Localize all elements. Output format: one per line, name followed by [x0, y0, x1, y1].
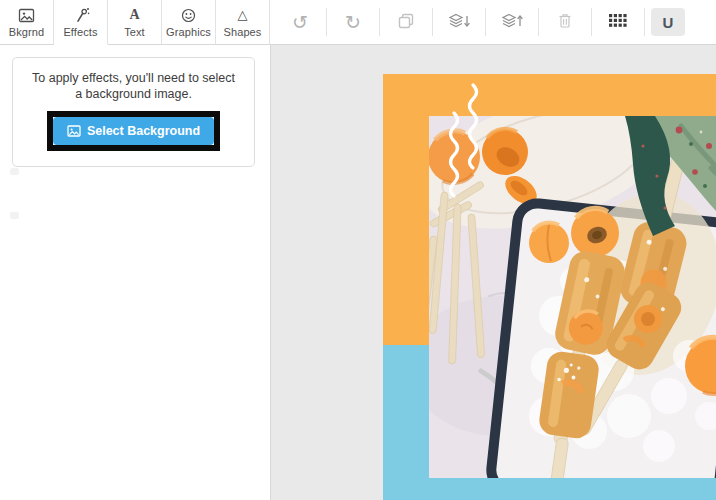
image-icon: [67, 125, 81, 137]
toolbar-separator: [644, 8, 645, 36]
toolbar-separator: [591, 8, 592, 36]
tutorial-highlight-frame: Select Background: [47, 111, 220, 151]
redo-button[interactable]: ↻: [333, 6, 373, 38]
toolbar-separator: [379, 8, 380, 36]
move-layer-up-button[interactable]: [492, 6, 532, 38]
move-layer-down-icon: [448, 12, 471, 33]
tab-graphics-label: Graphics: [166, 26, 211, 38]
select-background-label: Select Background: [87, 117, 200, 145]
toolbar-separator: [485, 8, 486, 36]
redo-icon: ↻: [345, 13, 361, 32]
top-toolbar: Bkgrnd Effects A Text Graphics △ Shapes …: [0, 0, 716, 45]
letter-a-icon: A: [129, 7, 139, 24]
select-background-button[interactable]: Select Background: [53, 117, 214, 145]
image-icon: [18, 7, 35, 24]
tab-text[interactable]: A Text: [108, 0, 162, 45]
duplicate-icon: [397, 12, 415, 33]
smiley-icon: [181, 7, 196, 24]
effects-message-line1: To apply effects, you'll need to select: [21, 70, 246, 86]
tab-bkgrnd-label: Bkgrnd: [9, 26, 44, 38]
toolbar-separator: [432, 8, 433, 36]
move-layer-up-icon: [501, 12, 524, 33]
tab-text-label: Text: [124, 26, 145, 38]
effects-message-card: To apply effects, you'll need to select …: [12, 57, 255, 167]
tab-bkgrnd[interactable]: Bkgrnd: [0, 0, 54, 45]
magnet-snap-button[interactable]: U: [651, 8, 685, 36]
move-layer-down-button[interactable]: [439, 6, 479, 38]
squiggle-lines: [443, 80, 488, 200]
panel-faint-mark: [10, 212, 19, 219]
delete-button[interactable]: [545, 6, 585, 38]
magic-wand-icon: [72, 7, 90, 24]
tab-graphics[interactable]: Graphics: [162, 0, 216, 45]
toolbar-separator: [538, 8, 539, 36]
effects-message-line2: a background image.: [21, 86, 246, 102]
triangle-icon: △: [238, 7, 248, 24]
toolbar-separator: [326, 8, 327, 36]
grid-icon: [609, 14, 627, 30]
tab-shapes[interactable]: △ Shapes: [216, 0, 270, 45]
action-toolbar: ↺ ↻: [270, 0, 716, 45]
undo-icon: ↺: [292, 13, 308, 32]
tab-shapes-label: Shapes: [224, 26, 262, 38]
design-canvas[interactable]: [383, 74, 716, 500]
tab-effects[interactable]: Effects: [54, 0, 108, 45]
panel-faint-mark: [10, 168, 19, 175]
undo-button[interactable]: ↺: [280, 6, 320, 38]
grid-button[interactable]: [598, 6, 638, 38]
tab-bar: Bkgrnd Effects A Text Graphics △ Shapes: [0, 0, 270, 45]
effects-sidebar: To apply effects, you'll need to select …: [0, 45, 271, 500]
magnet-icon: U: [663, 14, 674, 31]
tab-effects-label: Effects: [63, 26, 97, 38]
duplicate-button[interactable]: [386, 6, 426, 38]
squiggle-graphics-layer[interactable]: [443, 80, 488, 200]
trash-icon: [556, 12, 574, 33]
